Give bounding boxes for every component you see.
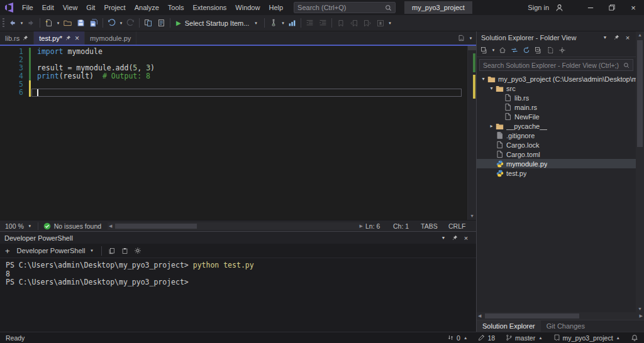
new-file-icon[interactable] [42, 16, 55, 30]
scroll-down-icon[interactable]: ▼ [468, 214, 476, 219]
hot-reload-dropdown-icon[interactable]: ▾ [280, 21, 286, 26]
sign-in-link[interactable]: Sign in [528, 4, 549, 11]
global-search-box[interactable] [294, 2, 396, 13]
scroll-right-icon[interactable]: ▶ [640, 312, 643, 320]
pin-icon[interactable] [23, 35, 28, 41]
close-button[interactable]: × [623, 0, 644, 15]
terminal-settings-icon[interactable] [132, 246, 143, 256]
tabs-mode-indicator[interactable]: TABS [421, 222, 438, 230]
user-account-icon[interactable] [553, 1, 566, 14]
undo-dropdown-icon[interactable]: ▾ [118, 21, 124, 26]
tree-item-cargo-lock[interactable]: Cargo.lock [477, 140, 636, 150]
previous-bookmark-icon[interactable] [347, 16, 360, 30]
navigate-back-dropdown-icon[interactable]: ▾ [19, 21, 25, 26]
menu-edit[interactable]: Edit [38, 1, 58, 14]
hscroll-thumb[interactable] [485, 313, 579, 318]
scroll-left-icon[interactable]: ◀ [478, 312, 481, 320]
bookmark-window-icon[interactable] [374, 16, 387, 30]
navigate-back-icon[interactable] [6, 16, 19, 30]
terminal-profile-dropdown-icon[interactable]: ▾ [89, 248, 94, 253]
solution-explorer-header[interactable]: Solution Explorer - Folder View ▼ × [477, 31, 636, 43]
undo-icon[interactable] [105, 16, 118, 30]
menu-analyze[interactable]: Analyze [130, 1, 164, 14]
copy-icon[interactable] [106, 246, 117, 256]
menu-tools[interactable]: Tools [164, 1, 189, 14]
save-icon[interactable] [74, 16, 87, 30]
explorer-vertical-scrollbar[interactable]: ▲ ▼ [636, 31, 644, 312]
show-all-files-icon[interactable] [545, 45, 556, 55]
minimize-button[interactable] [580, 0, 601, 15]
sync-commits-button[interactable]: 0 ▲ [447, 334, 467, 342]
menu-project[interactable]: Project [99, 1, 130, 14]
issues-indicator[interactable]: No issues found [38, 222, 106, 230]
tree-item-src[interactable]: ▾src [477, 84, 636, 93]
code-line-5[interactable]: 5 [0, 80, 467, 89]
tree-item-main-rs[interactable]: main.rs [477, 102, 636, 112]
sync-with-active-document-icon[interactable] [509, 45, 520, 55]
code-area[interactable]: 1import mymodule23result = mymodule.add(… [0, 46, 467, 220]
code-line-4[interactable]: 4print(result) # Output: 8 [0, 72, 467, 80]
start-debug-button[interactable]: ▶ Select Startup Item... ▾ [172, 19, 262, 27]
scroll-down-icon[interactable]: ▼ [636, 307, 644, 311]
menu-extensions[interactable]: Extensions [189, 1, 231, 14]
panel-tab-solution-explorer[interactable]: Solution Explorer [477, 320, 541, 332]
panel-tab-git-changes[interactable]: Git Changes [541, 320, 591, 332]
navigate-forward-icon[interactable] [25, 16, 38, 30]
menu-file[interactable]: File [18, 1, 38, 14]
hscroll-thumb[interactable] [115, 224, 197, 229]
code-line-6[interactable]: 6 [0, 89, 467, 97]
zoom-dropdown-icon[interactable]: ▾ [27, 224, 33, 229]
code-line-1[interactable]: 1import mymodule [0, 48, 467, 56]
switch-views-dropdown-icon[interactable]: ▾ [491, 48, 496, 53]
home-icon[interactable] [497, 45, 508, 55]
editor-tab-lib-rs[interactable]: lib.rs [0, 31, 34, 45]
next-bookmark-icon[interactable] [360, 16, 374, 30]
active-files-dropdown-icon[interactable]: ▾ [468, 36, 474, 41]
decrease-indent-icon[interactable] [303, 16, 316, 30]
tree-item-lib-rs[interactable]: lib.rs [477, 93, 636, 102]
line-ending-indicator[interactable]: CRLF [448, 222, 466, 230]
pin-icon[interactable] [65, 35, 71, 41]
splitter-handle[interactable] [468, 46, 476, 50]
paste-icon[interactable] [119, 246, 130, 256]
line-indicator[interactable]: Ln: 6 [365, 222, 383, 230]
scroll-up-icon[interactable]: ▲ [636, 33, 644, 37]
close-panel-icon[interactable]: × [622, 32, 633, 43]
close-tab-icon[interactable]: × [75, 34, 79, 43]
collapse-all-icon[interactable] [533, 45, 544, 55]
toolbar-grip[interactable] [3, 18, 4, 28]
restore-button[interactable] [601, 0, 623, 15]
expand-icon[interactable]: ▸ [488, 123, 495, 129]
editor-vertical-scrollbar[interactable]: ▼ [467, 46, 476, 220]
task-list-icon[interactable] [155, 16, 168, 30]
pin-panel-icon[interactable] [611, 32, 622, 43]
tree-item-test-py[interactable]: test.py [477, 168, 636, 178]
column-indicator[interactable]: Ch: 1 [393, 222, 411, 230]
branch-button[interactable]: master ▲ [506, 334, 543, 342]
zoom-control[interactable]: 100 % ▾ [0, 222, 38, 230]
profiler-icon[interactable] [286, 16, 299, 30]
terminal-output[interactable]: PS C:\Users\admin\Desktop\my_pyo3_projec… [0, 258, 476, 332]
save-all-icon[interactable] [87, 16, 101, 30]
tree-item-pycache[interactable]: ▸__pycache__ [477, 121, 636, 131]
editor-tab-test-py[interactable]: test.py*× [34, 31, 85, 45]
active-files-icon[interactable] [455, 33, 467, 43]
scroll-left-icon[interactable]: ◀ [109, 222, 112, 230]
switch-views-icon[interactable] [479, 45, 490, 55]
menu-view[interactable]: View [58, 1, 82, 14]
global-search-input[interactable] [297, 4, 385, 11]
editor-tab-mymodule-py[interactable]: mymodule.py [85, 31, 136, 45]
solution-explorer-search-box[interactable] [479, 59, 633, 71]
tree-item-cargo-toml[interactable]: Cargo.toml [477, 150, 636, 159]
panel-position-dropdown-icon[interactable]: ▼ [599, 32, 611, 43]
terminal-profile-selector[interactable]: Developer PowerShell ▾ [14, 247, 98, 254]
pin-panel-icon[interactable] [449, 232, 460, 243]
close-panel-icon[interactable]: × [460, 232, 472, 243]
toggle-bookmark-icon[interactable] [334, 16, 347, 30]
solution-explorer-search-input[interactable] [483, 62, 623, 69]
tree-item-mymodule-py[interactable]: mymodule.py [477, 159, 636, 168]
explorer-horizontal-scrollbar[interactable]: ◀ ▶ [477, 312, 644, 320]
vscroll-thumb[interactable] [637, 40, 643, 147]
open-file-icon[interactable] [61, 16, 74, 30]
redo-icon[interactable] [124, 16, 137, 30]
